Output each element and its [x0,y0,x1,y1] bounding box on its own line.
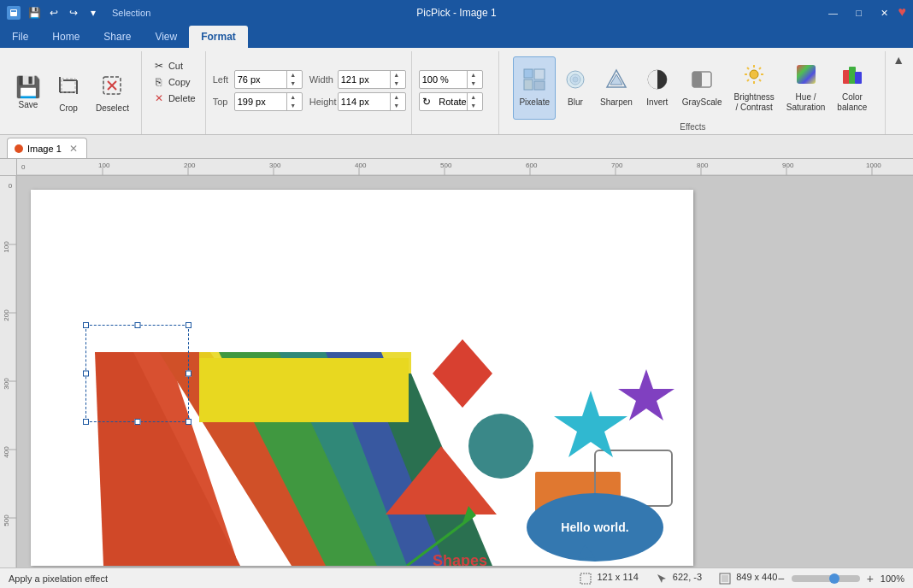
titlebar-left: 💾 ↩ ↪ ▾ Selection [7,4,150,21]
image-canvas[interactable]: Shapes LINE Hello world. [31,190,693,566]
svg-text:300: 300 [3,378,10,390]
sel-handle-tm[interactable] [134,322,140,328]
rotate-input[interactable]: ↻ Rotate ▲ ▼ [419,92,483,111]
tab-view[interactable]: View [143,26,189,48]
tab-format[interactable]: Format [189,26,248,48]
zoom-out-button[interactable]: − [777,572,784,585]
sharpen-button[interactable]: Sharpen [595,56,638,120]
svg-text:0: 0 [9,182,13,190]
sel-handle-tl[interactable] [83,322,89,328]
pixelate-label: Pixelate [519,97,550,108]
zoom-thumb[interactable] [829,573,839,584]
height-field-label: Height [309,97,335,107]
width-input[interactable]: 121 px ▲ ▼ [338,70,406,89]
svg-text:0: 0 [21,163,26,171]
statusbar-info: 121 x 114 622, -3 849 x 440 [580,572,777,584]
clipboard-buttons: ✂ Cut ⎘ Copy ✕ Delete [149,58,200,106]
zoom-slider[interactable] [792,575,860,582]
save-button[interactable]: 💾 Save [9,62,48,126]
width-spin-down[interactable]: ▼ [391,79,403,88]
deselect-button[interactable]: Deselect [89,62,136,126]
invert-button[interactable]: Invert [639,56,675,120]
cut-button[interactable]: ✂ Cut [149,58,200,74]
effects-group-label: Effects [680,122,705,134]
app-icon [7,6,21,20]
brightness-icon [743,63,765,91]
sel-handle-ml[interactable] [83,371,89,377]
sel-handle-tr[interactable] [186,322,191,328]
height-input[interactable]: 114 px ▲ ▼ [338,92,406,111]
tab-unsaved-indicator [15,144,23,153]
height-spin-up[interactable]: ▲ [391,93,403,102]
zoom-input[interactable]: 100 % ▲ ▼ [419,70,483,89]
selection-dimensions: 121 x 114 [580,572,638,584]
delete-button[interactable]: ✕ Delete [149,91,200,106]
height-spin-down[interactable]: ▼ [391,102,403,110]
image1-tab[interactable]: Image 1 ✕ [7,138,87,158]
svg-marker-89 [554,391,627,457]
zoom-level: 100% [881,573,904,584]
colorbalance-button[interactable]: Colorbalance [832,56,872,120]
top-spin-up[interactable]: ▲ [287,93,299,102]
pixelate-button[interactable]: Pixelate [513,56,556,120]
crop-button[interactable]: Crop [50,62,87,126]
svg-text:300: 300 [269,162,281,169]
undo-button[interactable]: ↩ [45,4,62,21]
grayscale-button[interactable]: GrayScale [677,56,727,120]
blur-label: Blur [568,97,583,108]
svg-text:400: 400 [3,446,10,458]
minimize-button[interactable]: — [822,4,845,21]
brightness-button[interactable]: Brightness/ Contrast [729,56,780,120]
position-group-label [213,128,406,131]
left-value: 76 px [238,74,286,85]
left-spin-up[interactable]: ▲ [287,71,299,79]
left-field-label: Left [213,74,232,85]
zoom-in-button[interactable]: + [867,572,874,585]
rotate-spin-up[interactable]: ▲ [468,93,480,102]
svg-rect-101 [580,573,591,584]
colorbalance-label: Colorbalance [837,92,867,113]
sel-handle-mr[interactable] [186,371,191,377]
copy-button[interactable]: ⎘ Copy [149,74,200,90]
sel-handle-bm[interactable] [134,419,140,425]
sel-handle-bl[interactable] [83,419,89,425]
canvas-wrapper: Shapes LINE Hello world. [31,190,693,566]
svg-rect-34 [843,70,850,84]
close-button[interactable]: ✕ [873,4,897,21]
tab-close-button[interactable]: ✕ [69,143,78,155]
window-controls: — □ ✕ ♥ [822,4,907,21]
hue-label: Hue /Saturation [786,92,826,113]
top-input[interactable]: 199 px ▲ ▼ [234,92,303,111]
svg-rect-103 [722,575,728,582]
blur-button[interactable]: Blur [557,56,593,120]
tab-share[interactable]: Share [91,26,143,48]
width-spin-up[interactable]: ▲ [391,71,403,79]
svg-text:700: 700 [611,162,623,169]
ribbon-collapse-button[interactable]: ▲ [887,51,910,134]
copy-label: Copy [168,77,191,87]
left-input[interactable]: 76 px ▲ ▼ [234,70,303,89]
hue-button[interactable]: Hue /Saturation [781,56,831,120]
left-spin-down[interactable]: ▼ [287,79,299,88]
colorbalance-icon [841,63,863,91]
zoom-spin-down[interactable]: ▼ [468,79,480,88]
content-row: 0 100 200 300 400 500 [0,176,913,567]
maximize-button[interactable]: □ [847,4,871,21]
quickaccess-more-button[interactable]: ▾ [85,4,102,21]
status-message: Apply a pixelation effect [9,573,580,584]
top-spin-down[interactable]: ▼ [287,102,299,110]
save-label: Save [19,100,38,110]
save-qa-button[interactable]: 💾 [26,4,43,21]
tab-file[interactable]: File [0,26,40,48]
zoom-spin-up[interactable]: ▲ [468,71,480,79]
tab-home[interactable]: Home [40,26,91,48]
redo-button[interactable]: ↪ [65,4,82,21]
rotate-spin-down[interactable]: ▼ [468,102,480,110]
svg-point-17 [573,77,578,82]
clipboard-group: ✂ Cut ⎘ Copy ✕ Delete [144,51,206,134]
zoom-rotate-label [419,128,493,131]
statusbar-zoom: − + 100% [777,572,904,585]
sel-handle-br[interactable] [186,419,191,425]
svg-rect-22 [692,72,702,87]
svg-rect-11 [524,69,533,78]
